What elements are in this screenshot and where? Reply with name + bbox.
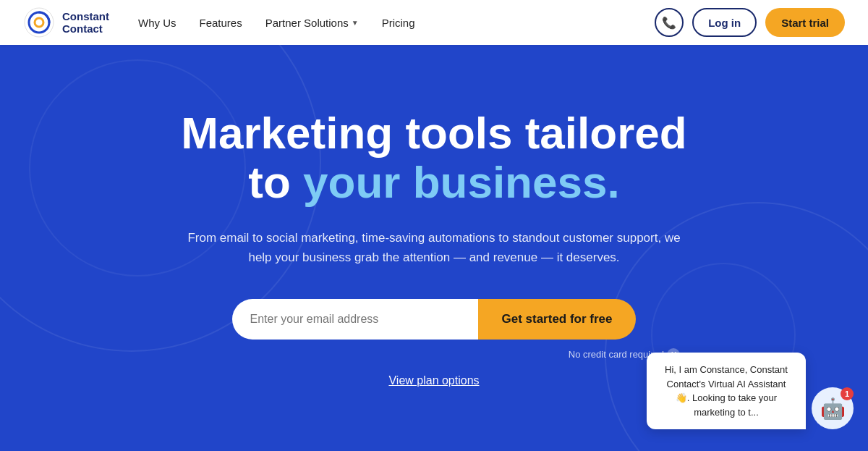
chat-badge: 1 <box>841 387 854 400</box>
navbar: Constant Contact Why Us Features Partner… <box>0 0 868 45</box>
hero-subtitle: From email to social marketing, time-sav… <box>181 228 687 267</box>
phone-icon: 📞 <box>662 16 676 30</box>
nav-why-us[interactable]: Why Us <box>138 17 176 29</box>
nav-pricing[interactable]: Pricing <box>382 17 415 29</box>
chat-avatar-wrap[interactable]: 🤖 1 <box>812 387 854 429</box>
nav-partner-solutions[interactable]: Partner Solutions ▼ <box>265 17 359 29</box>
hero-cta-group: Get started for free <box>232 299 635 340</box>
hero-title-highlight: your business. <box>303 157 620 207</box>
robot-icon: 🤖 <box>820 397 846 421</box>
logo-link[interactable]: Constant Contact <box>23 7 109 38</box>
chevron-down-icon: ▼ <box>352 19 359 27</box>
hero-title: Marketing tools tailored to your busines… <box>181 109 686 207</box>
logo-text: Constant Contact <box>62 10 109 35</box>
no-credit-notice: No credit card required ✕ <box>188 348 680 361</box>
email-input[interactable] <box>232 299 478 340</box>
nav-actions: 📞 Log in Start trial <box>655 8 845 37</box>
chat-bubble[interactable]: Hi, I am Constance, Constant Contact's V… <box>647 353 806 429</box>
nav-links: Why Us Features Partner Solutions ▼ Pric… <box>138 17 655 29</box>
nav-features[interactable]: Features <box>200 17 242 29</box>
hero-section: Marketing tools tailored to your busines… <box>0 45 868 451</box>
login-button[interactable]: Log in <box>692 8 757 37</box>
start-trial-button[interactable]: Start trial <box>765 8 845 37</box>
chat-widget: Hi, I am Constance, Constant Contact's V… <box>647 353 854 429</box>
view-plan-link[interactable]: View plan options <box>388 374 479 387</box>
get-started-button[interactable]: Get started for free <box>478 299 635 340</box>
phone-button[interactable]: 📞 <box>655 8 684 37</box>
